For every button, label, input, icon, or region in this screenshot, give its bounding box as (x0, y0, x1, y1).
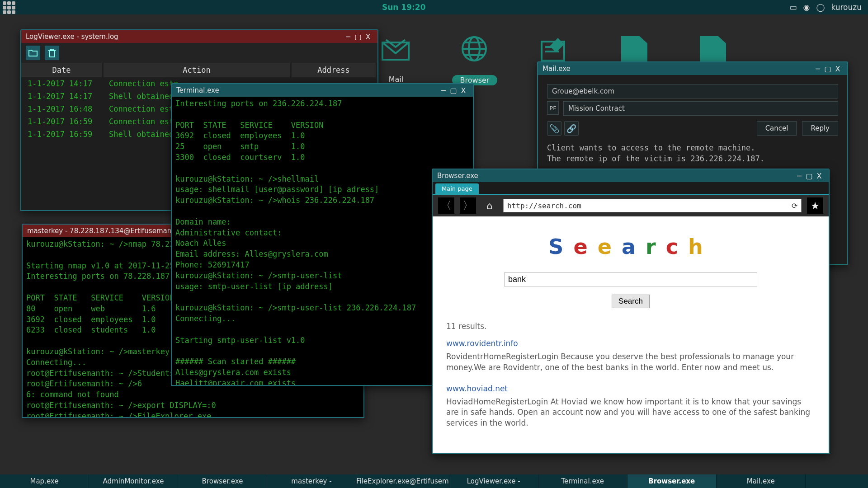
logviewer-toolbar (21, 43, 377, 63)
maximize-button[interactable]: ▢ (804, 172, 814, 180)
user-icon: ◯ (816, 3, 825, 12)
maximize-button[interactable]: ▢ (823, 65, 833, 73)
cancel-button[interactable]: Cancel (757, 121, 797, 136)
minimize-button[interactable]: ─ (343, 33, 353, 41)
apps-grid-icon[interactable] (3, 1, 18, 13)
mail-to-field[interactable]: Groue@ebelk.com (547, 84, 838, 99)
mail-pf-badge: PF (547, 101, 559, 115)
minimize-button[interactable]: ─ (794, 172, 804, 180)
bookmark-button[interactable]: ★ (807, 197, 823, 214)
mail-desktop-icon[interactable] (380, 36, 411, 61)
mail-title: Mail.exe (542, 65, 571, 73)
logviewer-title: LogViewer.exe - system.log (26, 33, 118, 41)
username-label[interactable]: kurouzu (831, 3, 862, 12)
maximize-button[interactable]: ▢ (448, 86, 458, 95)
terminal-output[interactable]: Interesting ports on 236.226.224.187 POR… (172, 97, 473, 385)
browser-title: Browser.exe (437, 172, 478, 180)
reload-icon[interactable]: ⟳ (792, 202, 797, 210)
file-desktop-icon-1[interactable] (621, 36, 647, 65)
browser-tab[interactable]: Main page (435, 183, 479, 194)
taskbar: Map.exeAdminMonitor.exeBrowser.exemaster… (0, 474, 868, 488)
terminal-titlebar[interactable]: Terminal.exe ─ ▢ X (172, 84, 473, 97)
taskbar-item[interactable]: masterkey - (267, 474, 356, 488)
col-date: Date (21, 63, 103, 77)
mail-titlebar[interactable]: Mail.exe ─ ▢ X (538, 62, 847, 75)
open-folder-button[interactable] (26, 46, 40, 60)
url-bar[interactable]: http://search.com ⟳ (503, 199, 802, 212)
top-bar: Sun 19:20 ▭ ◉ ◯ kurouzu (0, 0, 868, 14)
col-action: Action (103, 63, 291, 77)
result-link[interactable]: www.rovidentr.info (446, 339, 815, 348)
browser-tabstrip: Main page (433, 182, 829, 195)
clock: Sun 19:20 (18, 3, 789, 12)
taskbar-item[interactable]: Terminal.exe (538, 474, 627, 488)
result-description: HoviadHomeRegisterLogin At Hoviad we kno… (446, 397, 815, 429)
taskbar-item[interactable]: Browser.exe (178, 474, 267, 488)
mail-subject-field[interactable]: Mission Contract (563, 101, 838, 116)
mail-body-text: Client wants to access to the remote mac… (547, 143, 838, 164)
minimize-button[interactable]: ─ (813, 65, 823, 73)
taskbar-item[interactable]: Browser.exe (627, 474, 717, 488)
attachment-button[interactable]: 📎 (547, 121, 561, 136)
col-address: Address (291, 63, 377, 77)
back-button[interactable]: 〈 (438, 197, 454, 214)
minimize-button[interactable]: ─ (439, 86, 448, 95)
close-button[interactable]: X (458, 86, 468, 95)
terminal-title: Terminal.exe (176, 86, 219, 94)
maximize-button[interactable]: ▢ (353, 33, 363, 41)
taskbar-item[interactable]: Map.exe (0, 474, 89, 488)
result-description: RovidentrHomeRegisterLogin Because you d… (446, 352, 815, 373)
taskbar-item[interactable]: AdminMonitor.exe (89, 474, 178, 488)
browser-window: Browser.exe ─ ▢ X Main page 〈 〉 ⌂ http:/… (432, 169, 830, 454)
search-input[interactable] (504, 272, 757, 286)
reply-button[interactable]: Reply (802, 121, 838, 136)
link-button[interactable]: 🔗 (564, 121, 579, 136)
close-button[interactable]: X (833, 65, 843, 73)
browser-navbar: 〈 〉 ⌂ http://search.com ⟳ ★ (433, 195, 829, 216)
results-count: 11 results. (446, 322, 815, 331)
notes-desktop-icon[interactable] (537, 35, 569, 62)
taskbar-item[interactable]: FileExplorer.exe@Ertifusem (356, 474, 449, 488)
search-button[interactable]: Search (612, 295, 650, 308)
wifi-icon[interactable]: ◉ (803, 3, 810, 12)
logviewer-titlebar[interactable]: LogViewer.exe - system.log ─ ▢ X (21, 30, 377, 43)
taskbar-item[interactable]: LogViewer.exe - system.log (449, 474, 538, 488)
browser-titlebar[interactable]: Browser.exe ─ ▢ X (433, 169, 829, 182)
masterkey-title: masterkey - 78.228.187.134@Ertifusemanth (27, 227, 179, 235)
browser-desktop-icon[interactable] (458, 35, 490, 62)
url-text: http://search.com (507, 202, 581, 210)
delete-button[interactable] (45, 46, 59, 60)
svg-marker-9 (550, 38, 564, 52)
home-button[interactable]: ⌂ (481, 197, 498, 214)
file-desktop-icon-2[interactable] (700, 36, 726, 65)
result-link[interactable]: www.hoviad.net (446, 384, 815, 393)
forward-button[interactable]: 〉 (460, 197, 476, 214)
close-button[interactable]: X (814, 172, 824, 180)
taskbar-item[interactable]: Mail.exe (717, 474, 806, 488)
terminal-window: Terminal.exe ─ ▢ X Interesting ports on … (171, 83, 474, 386)
chat-icon[interactable]: ▭ (789, 3, 797, 12)
browser-page: Seearch Search 11 results. www.rovidentr… (433, 216, 829, 453)
mail-desktop-label: Mail (380, 75, 412, 84)
close-button[interactable]: X (363, 33, 373, 41)
search-logo: Seearch (446, 235, 815, 259)
